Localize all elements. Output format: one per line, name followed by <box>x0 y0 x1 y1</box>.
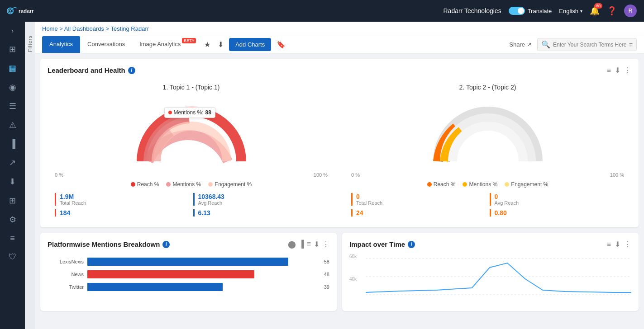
sidebar-item-alert[interactable]: ⚠ <box>0 116 25 135</box>
tab-image-analytics[interactable]: Image Analytics BETA <box>132 36 197 53</box>
sidebar-item-settings[interactable]: ⚙ <box>0 210 25 229</box>
subheader: Home > All Dashboards > Testing Radarr <box>35 22 644 36</box>
topic2-avg-reach-label: Avg Reach <box>495 200 625 206</box>
download-card-icon[interactable]: ⬇ <box>615 66 620 75</box>
share-label: Share <box>509 41 525 48</box>
bottom-row: Platformwise Mentions Breakdown i ⬤ ▐ ≡ … <box>40 233 639 316</box>
topic1-section: 1. Topic 1 - (Topic 1) <box>48 80 335 220</box>
filter-icon-button[interactable]: ≡ <box>629 41 633 48</box>
impact-info-icon[interactable]: i <box>408 241 415 248</box>
scale-right: 100 % <box>314 172 328 178</box>
filters-bar[interactable]: Filters <box>25 22 35 329</box>
topic1-avg-reach: 10368.43 Avg Reach <box>193 193 328 206</box>
sidebar-item-analytics[interactable]: ▦ <box>0 59 25 78</box>
tooltip-label: Mentions %: <box>174 109 204 116</box>
sidebar-item-grid[interactable]: ⊞ <box>0 191 25 210</box>
list-impact-icon[interactable]: ≡ <box>607 240 611 249</box>
more-icon[interactable]: ⋮ <box>624 66 631 75</box>
tooltip-value: 88 <box>205 109 211 116</box>
svg-text:radarr: radarr <box>19 8 34 14</box>
search-icon: 🔍 <box>541 40 550 49</box>
topic1-total-reach-value: 1.9M <box>60 193 190 200</box>
scale-left: 0 % <box>55 172 63 178</box>
topic2-stat4-value: 0.80 <box>495 209 625 216</box>
sidebar-item-trend[interactable]: ↗ <box>0 153 25 172</box>
add-charts-button[interactable]: Add Charts <box>229 38 271 51</box>
search-input[interactable] <box>553 42 626 48</box>
top-navigation: radarr Radarr Technologies Translate Eng… <box>0 0 644 22</box>
bar-chart-area: LexisNexis 58 News 48 Twit <box>48 254 329 299</box>
avatar[interactable]: R <box>624 5 637 17</box>
topic1-legend: Reach % Mentions % Engagement % <box>51 181 331 188</box>
sidebar-item-drop[interactable]: ◉ <box>0 78 25 97</box>
impact-svg <box>366 254 631 299</box>
more-impact-icon[interactable]: ⋮ <box>624 240 631 249</box>
sidebar-item-report[interactable]: ☰ <box>0 97 25 116</box>
chart-type-bar-icon[interactable]: ▐ <box>299 240 304 249</box>
topic2-legend: Reach % Mentions % Engagement % <box>348 181 628 188</box>
legend-engagement-dot <box>208 182 213 187</box>
platformwise-info-icon[interactable]: i <box>162 241 170 248</box>
leaderboard-grid: 1. Topic 1 - (Topic 1) <box>48 80 631 220</box>
breadcrumb: Home > All Dashboards > Testing Radarr <box>42 25 149 32</box>
list-icon[interactable]: ≡ <box>607 66 611 75</box>
scale-60k: 60k <box>349 254 357 259</box>
bar-value-news: 48 <box>317 272 329 277</box>
topic2-avg-reach-value: 0 <box>495 193 625 200</box>
leaderboard-info-icon[interactable]: i <box>128 67 135 74</box>
tab-conversations[interactable]: Conversations <box>80 36 132 53</box>
breadcrumb-all-dashboards[interactable]: All Dashboards <box>64 25 104 32</box>
more-platformwise-icon[interactable]: ⋮ <box>322 240 329 249</box>
sidebar-item-config[interactable]: ≡ <box>0 229 25 248</box>
download-button[interactable]: ⬇ <box>216 38 225 51</box>
notification-bell[interactable]: 🔔 80 <box>590 6 600 16</box>
sidebar-item-dashboard[interactable]: ⊞ <box>0 40 25 59</box>
topic2-total-reach: 0 Total Reach <box>351 193 486 206</box>
download-impact-icon[interactable]: ⬇ <box>615 240 620 249</box>
topic2-chart-area <box>348 98 628 170</box>
topic2-donut-chart <box>425 98 551 170</box>
star-button[interactable]: ★ <box>202 38 212 51</box>
legend-mentions-dot <box>166 182 171 187</box>
topic2-total-reach-value: 0 <box>356 193 486 200</box>
translate-switch[interactable] <box>509 7 525 15</box>
bookmark-button[interactable]: 🔖 <box>275 38 287 51</box>
bar-value-lexisnexis: 58 <box>317 259 329 264</box>
logo[interactable]: radarr <box>7 5 52 17</box>
sidebar-item-shield[interactable]: 🛡 <box>0 248 25 266</box>
help-icon[interactable]: ❓ <box>607 6 617 16</box>
share-button[interactable]: Share ↗ <box>509 41 532 48</box>
scale-right: 100 % <box>610 172 624 178</box>
bar-lexisnexis <box>87 258 288 266</box>
search-box[interactable]: 🔍 ≡ <box>537 38 637 51</box>
nav-right: Radarr Technologies Translate English ▾ … <box>443 5 637 17</box>
legend2-engagement-dot <box>505 182 509 187</box>
leaderboard-card-actions: ≡ ⬇ ⋮ <box>607 66 631 75</box>
brand-name: Radarr Technologies <box>443 7 501 14</box>
language-selector[interactable]: English ▾ <box>559 8 582 14</box>
bar-row-news: News 48 <box>48 270 329 278</box>
download-platformwise-icon[interactable]: ⬇ <box>314 240 320 249</box>
impact-line-chart: 60k 40k <box>349 254 631 304</box>
logo-svg: radarr <box>7 5 52 17</box>
sidebar: › ⊞ ▦ ◉ ☰ ⚠ ▐ ↗ ⬇ ⊞ ⚙ ≡ 🛡 <box>0 22 25 329</box>
sidebar-item-download[interactable]: ⬇ <box>0 172 25 191</box>
tab-analytics[interactable]: Analytics <box>42 36 80 53</box>
translate-toggle[interactable]: Translate <box>509 7 552 15</box>
platformwise-header: Platformwise Mentions Breakdown i ⬤ ▐ ≡ … <box>48 240 329 249</box>
legend-mentions: Mentions % <box>166 181 201 188</box>
chart-type-pie-icon[interactable]: ⬤ <box>288 240 296 249</box>
topic1-tooltip: Mentions %: 88 <box>164 107 215 118</box>
sidebar-expand-button[interactable]: › <box>11 27 14 34</box>
breadcrumb-sep1: > <box>59 25 64 32</box>
topic2-section: 2. Topic 2 - (Topic 2) <box>344 80 631 220</box>
breadcrumb-home[interactable]: Home <box>42 25 58 32</box>
impact-header: Impact over Time i ≡ ⬇ ⋮ <box>349 240 631 249</box>
list-view-icon[interactable]: ≡ <box>307 240 311 249</box>
legend2-reach: Reach % <box>427 181 456 188</box>
sidebar-item-chart-bar[interactable]: ▐ <box>0 135 25 153</box>
bar-news <box>87 270 254 278</box>
scale-40k: 40k <box>349 277 357 282</box>
legend-engagement: Engagement % <box>208 181 252 188</box>
topic2-title: 2. Topic 2 - (Topic 2) <box>348 84 628 91</box>
